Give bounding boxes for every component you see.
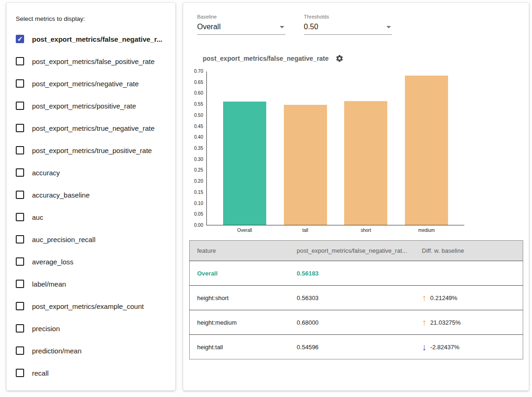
metric-checkbox-item[interactable]: auc <box>16 206 166 228</box>
checkbox-unchecked-icon[interactable] <box>16 57 24 65</box>
y-axis-tick-label: 0.15 <box>194 190 203 195</box>
arrow-up-icon: ↑ <box>422 293 427 303</box>
checkbox-unchecked-icon[interactable] <box>16 257 24 266</box>
diff-cell: ↑21.03275% <box>415 310 523 335</box>
metric-checkbox-item[interactable]: recall <box>16 362 166 384</box>
table-body: Overall0.56183height:short0.56303↑0.2124… <box>190 261 523 359</box>
gear-icon[interactable] <box>335 54 344 63</box>
feature-cell: height:short <box>190 286 289 310</box>
thresholds-select[interactable]: Thresholds 0.50 <box>304 14 392 35</box>
table-header-row: feature post_export_metrics/false_negati… <box>190 241 523 261</box>
thresholds-select-value: 0.50 <box>304 23 318 31</box>
controls-bar: Baseline Overall Thresholds 0.50 <box>197 14 529 35</box>
y-axis-tick-label: 0.00 <box>194 223 203 228</box>
metric-label: auc <box>32 213 43 221</box>
feature-cell: height:tall <box>190 335 289 359</box>
results-table: feature post_export_metrics/false_negati… <box>189 240 523 359</box>
metrics-panel-title: Select metrics to display: <box>16 15 166 22</box>
diff-value: 0.21249% <box>430 295 458 301</box>
metric-label: post_export_metrics/example_count <box>32 302 144 310</box>
metric-checkbox-item[interactable]: average_loss <box>16 250 166 273</box>
metric-checkbox-item[interactable]: post_export_metrics/example_count <box>16 295 166 317</box>
main-panel: Baseline Overall Thresholds 0.50 post_ex… <box>183 3 529 391</box>
table-row: Overall0.56183 <box>190 261 523 286</box>
metric-label: post_export_metrics/false_positive_rate <box>32 58 154 65</box>
diff-cell <box>415 261 523 286</box>
bar-group: short <box>336 71 397 225</box>
y-axis-tick-label: 0.70 <box>194 69 203 74</box>
y-axis-tick-label: 0.30 <box>194 157 203 162</box>
metric-checkbox-item[interactable]: post_export_metrics/positive_rate <box>16 95 166 117</box>
checkbox-unchecked-icon[interactable] <box>16 324 24 333</box>
bar-tall[interactable] <box>284 105 327 225</box>
chevron-down-icon[interactable] <box>386 26 391 28</box>
checkbox-checked-icon[interactable]: ✓ <box>16 35 24 43</box>
metric-label: post_export_metrics/true_positive_rate <box>32 147 152 154</box>
arrow-up-icon: ↑ <box>422 317 427 327</box>
y-axis-tick-label: 0.55 <box>194 102 203 107</box>
baseline-select[interactable]: Baseline Overall <box>197 14 285 35</box>
metric-checkbox-item[interactable]: accuracy <box>16 161 166 184</box>
feature-cell: height:medium <box>190 310 289 335</box>
metric-checkbox-item[interactable]: accuracy_baseline <box>16 184 166 206</box>
checkbox-unchecked-icon[interactable] <box>16 124 24 132</box>
checkbox-unchecked-icon[interactable] <box>16 79 24 88</box>
metric-checkbox-item[interactable]: post_export_metrics/true_negative_rate <box>16 117 166 139</box>
diff-value: -2.82437% <box>430 344 460 351</box>
checkbox-unchecked-icon[interactable] <box>16 369 24 377</box>
y-axis-tick-label: 0.40 <box>194 135 203 140</box>
metric-checkbox-item[interactable]: auc_precision_recall <box>16 228 166 250</box>
bar-short[interactable] <box>344 101 387 225</box>
metric-label: accuracy_baseline <box>32 191 90 199</box>
metric-checkbox-item[interactable]: post_export_metrics/false_positive_rate <box>16 50 166 72</box>
table-row: height:medium0.68000↑21.03275% <box>190 310 523 335</box>
header-feature: feature <box>190 241 289 261</box>
metric-label: prediction/mean <box>32 347 82 355</box>
arrow-down-icon: ↓ <box>422 342 427 352</box>
metric-checkbox-item[interactable]: precision <box>16 317 166 339</box>
metric-checkbox-item[interactable]: post_export_metrics/negative_rate <box>16 72 166 95</box>
bar-overall[interactable] <box>223 102 266 225</box>
x-axis-tick-label: medium <box>396 228 457 233</box>
metric-checkbox-item[interactable]: ✓post_export_metrics/false_negative_r... <box>16 28 166 50</box>
metric-label: post_export_metrics/false_negative_r... <box>32 35 162 43</box>
checkbox-unchecked-icon[interactable] <box>16 280 24 288</box>
y-axis-tick-label: 0.10 <box>194 201 203 206</box>
checkbox-unchecked-icon[interactable] <box>16 168 24 177</box>
metric-value-cell: 0.56183 <box>289 261 415 286</box>
thresholds-select-label: Thresholds <box>304 14 392 19</box>
table-row: height:tall0.54596↓-2.82437% <box>190 335 523 359</box>
metric-label: post_export_metrics/positive_rate <box>32 102 136 110</box>
checkbox-unchecked-icon[interactable] <box>16 346 24 355</box>
feature-cell: Overall <box>190 261 289 286</box>
metric-label: accuracy <box>32 169 60 177</box>
metric-label: label/mean <box>32 280 66 288</box>
y-axis-tick-label: 0.25 <box>194 168 203 173</box>
y-axis-tick-label: 0.05 <box>194 212 203 217</box>
checkbox-unchecked-icon[interactable] <box>16 302 24 310</box>
bar-medium[interactable] <box>405 76 448 225</box>
chart-title: post_export_metrics/false_negative_rate <box>203 55 329 62</box>
x-axis-tick-label: tall <box>275 228 336 233</box>
plot-area: Overalltallshortmedium <box>206 71 464 225</box>
checkbox-unchecked-icon[interactable] <box>16 191 24 199</box>
metric-checkbox-item[interactable]: post_export_metrics/true_positive_rate <box>16 139 166 161</box>
checkbox-unchecked-icon[interactable] <box>16 146 24 154</box>
diff-cell: ↑0.21249% <box>415 286 523 310</box>
bar-group: Overall <box>214 71 275 225</box>
y-axis: 0.000.050.100.150.200.250.300.350.400.45… <box>183 71 206 225</box>
checkbox-unchecked-icon[interactable] <box>16 213 24 221</box>
metrics-list: ✓post_export_metrics/false_negative_r...… <box>16 28 166 384</box>
chevron-down-icon[interactable] <box>280 26 284 28</box>
table-row: height:short0.56303↑0.21249% <box>190 286 523 310</box>
metric-label: average_loss <box>32 258 73 266</box>
diff-cell: ↓-2.82437% <box>415 335 523 359</box>
metric-checkbox-item[interactable]: label/mean <box>16 273 166 295</box>
y-axis-tick-label: 0.60 <box>194 91 203 96</box>
chart-header: post_export_metrics/false_negative_rate <box>203 54 529 63</box>
checkbox-unchecked-icon[interactable] <box>16 102 24 110</box>
checkbox-unchecked-icon[interactable] <box>16 235 24 243</box>
baseline-select-value: Overall <box>197 23 221 31</box>
metric-label: post_export_metrics/true_negative_rate <box>32 124 154 132</box>
metric-checkbox-item[interactable]: prediction/mean <box>16 339 166 362</box>
